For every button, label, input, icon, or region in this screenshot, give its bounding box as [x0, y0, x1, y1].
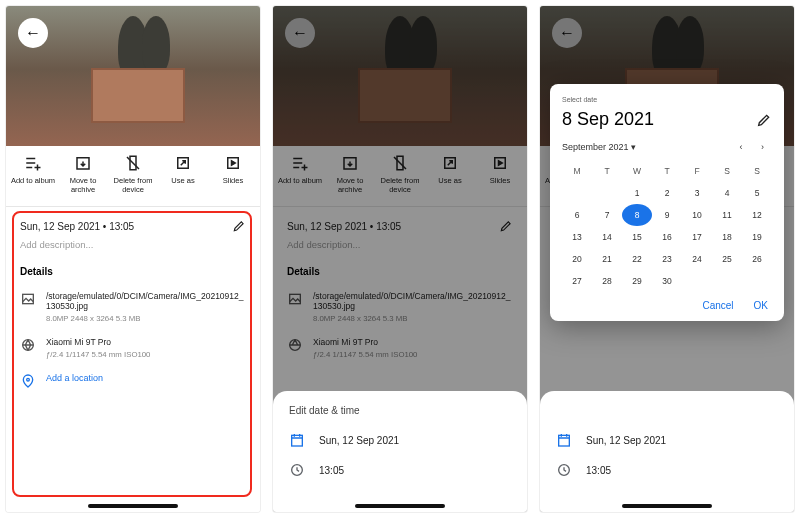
- calendar-day[interactable]: 16: [652, 226, 682, 248]
- calendar-day[interactable]: 17: [682, 226, 712, 248]
- file-meta: 8.0MP 2448 x 3264 5.3 MB: [46, 314, 246, 323]
- svg-rect-19: [559, 435, 570, 446]
- screen-edit-datetime-sheet: ← Add to album Move to archive Delete fr…: [273, 6, 527, 512]
- play-icon: [224, 154, 242, 172]
- chevron-down-icon: ▾: [631, 142, 636, 152]
- calendar-icon: [289, 432, 305, 448]
- photo-datetime: Sun, 12 Sep 2021 • 13:05: [20, 221, 134, 232]
- ok-button[interactable]: OK: [754, 300, 768, 311]
- calendar-day[interactable]: 20: [562, 248, 592, 270]
- move-to-archive-button[interactable]: Move to archive: [58, 154, 108, 194]
- slides-button[interactable]: Slides: [208, 154, 258, 194]
- edit-datetime-sheet: Edit date & time Sun, 12 Sep 2021 13:05: [540, 391, 794, 512]
- calendar-day[interactable]: 26: [742, 248, 772, 270]
- calendar-day[interactable]: 8: [622, 204, 652, 226]
- arrow-left-icon: ←: [25, 24, 41, 42]
- location-row[interactable]: Add a location: [20, 373, 246, 389]
- edit-time-row[interactable]: 13:05: [289, 462, 511, 478]
- edit-date-row[interactable]: Sun, 12 Sep 2021: [289, 432, 511, 448]
- screen-date-picker: ← Add to album Move to archive Delete fr…: [540, 6, 794, 512]
- calendar-day[interactable]: 12: [742, 204, 772, 226]
- back-button[interactable]: ←: [18, 18, 48, 48]
- calendar-day[interactable]: 25: [712, 248, 742, 270]
- calendar-day[interactable]: 11: [712, 204, 742, 226]
- screen-photo-info: ← Add to album Move to archive Delete fr…: [6, 6, 260, 512]
- calendar-day[interactable]: 7: [592, 204, 622, 226]
- action-toolbar: Add to album Move to archive Delete from…: [6, 146, 260, 207]
- use-as-button[interactable]: Use as: [158, 154, 208, 194]
- calendar-dow: M: [562, 160, 592, 182]
- calendar-day[interactable]: 10: [682, 204, 712, 226]
- description-field[interactable]: Add description...: [20, 239, 246, 250]
- cancel-button[interactable]: Cancel: [702, 300, 733, 311]
- edit-time-row[interactable]: 13:05: [556, 462, 778, 478]
- calendar-dow: T: [652, 160, 682, 182]
- date-picker-dialog: Select date 8 Sep 2021 September 2021 ▾ …: [550, 84, 784, 321]
- calendar-day[interactable]: 3: [682, 182, 712, 204]
- calendar-day[interactable]: 5: [742, 182, 772, 204]
- calendar-day[interactable]: 19: [742, 226, 772, 248]
- add-location-link[interactable]: Add a location: [46, 373, 103, 389]
- calendar-day[interactable]: 18: [712, 226, 742, 248]
- calendar-day[interactable]: 13: [562, 226, 592, 248]
- info-panel: Sun, 12 Sep 2021 • 13:05 Add description…: [6, 207, 260, 512]
- archive-icon: [74, 154, 92, 172]
- home-indicator[interactable]: [622, 504, 712, 508]
- delete-from-device-button[interactable]: Delete from device: [108, 154, 158, 194]
- calendar-dow: T: [592, 160, 622, 182]
- home-indicator[interactable]: [88, 504, 178, 508]
- edit-date-row[interactable]: Sun, 12 Sep 2021: [556, 432, 778, 448]
- calendar-day[interactable]: 9: [652, 204, 682, 226]
- calendar-dow: S: [712, 160, 742, 182]
- sheet-time-value: 13:05: [586, 465, 611, 476]
- aperture-icon: [20, 337, 36, 353]
- open-in-new-icon: [174, 154, 192, 172]
- photo-preview: ←: [6, 6, 260, 146]
- image-icon: [20, 291, 36, 307]
- calendar-icon: [556, 432, 572, 448]
- next-month-button[interactable]: ›: [753, 142, 772, 152]
- label: Use as: [171, 176, 194, 185]
- prev-month-button[interactable]: ‹: [731, 142, 750, 152]
- calendar-dow: S: [742, 160, 772, 182]
- device-delete-icon: [124, 154, 142, 172]
- svg-point-6: [27, 378, 30, 381]
- calendar-day[interactable]: 1: [622, 182, 652, 204]
- calendar-day[interactable]: 28: [592, 270, 622, 292]
- camera-detail-row: Xiaomi Mi 9T Pro ƒ/2.4 1/1147 5.54 mm IS…: [20, 337, 246, 359]
- label: Add to album: [11, 176, 55, 185]
- calendar-day[interactable]: 30: [652, 270, 682, 292]
- clock-icon: [289, 462, 305, 478]
- calendar-day[interactable]: 15: [622, 226, 652, 248]
- statue-graphic: [36, 16, 240, 131]
- clock-icon: [556, 462, 572, 478]
- calendar-day[interactable]: 29: [622, 270, 652, 292]
- calendar-dow: W: [622, 160, 652, 182]
- calendar-day[interactable]: 4: [712, 182, 742, 204]
- select-date-label: Select date: [562, 96, 772, 103]
- edit-datetime-icon[interactable]: [232, 219, 246, 233]
- calendar-day[interactable]: 27: [562, 270, 592, 292]
- home-indicator[interactable]: [355, 504, 445, 508]
- calendar-day[interactable]: 21: [592, 248, 622, 270]
- svg-rect-13: [292, 435, 303, 446]
- sheet-date-value: Sun, 12 Sep 2021: [586, 435, 666, 446]
- sheet-title: Edit date & time: [289, 405, 511, 416]
- playlist-add-icon: [24, 154, 42, 172]
- file-detail-row: /storage/emulated/0/DCIM/Camera/IMG_2021…: [20, 291, 246, 323]
- calendar-grid: MTWTFSS ..123456789101112131415161718192…: [562, 160, 772, 292]
- location-pin-icon: [20, 373, 36, 389]
- calendar-day[interactable]: 22: [622, 248, 652, 270]
- edit-pencil-icon[interactable]: [756, 112, 772, 128]
- calendar-day[interactable]: 23: [652, 248, 682, 270]
- camera-model: Xiaomi Mi 9T Pro: [46, 337, 246, 347]
- calendar-day[interactable]: 14: [592, 226, 622, 248]
- calendar-day[interactable]: 6: [562, 204, 592, 226]
- picker-selected-date: 8 Sep 2021: [562, 109, 654, 130]
- calendar-day[interactable]: 2: [652, 182, 682, 204]
- details-heading: Details: [20, 266, 246, 277]
- calendar-day[interactable]: 24: [682, 248, 712, 270]
- label: Delete from device: [108, 176, 158, 194]
- month-selector[interactable]: September 2021 ▾: [562, 142, 636, 152]
- add-to-album-button[interactable]: Add to album: [8, 154, 58, 194]
